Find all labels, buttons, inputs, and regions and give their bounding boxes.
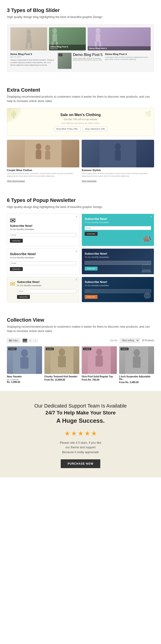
banner-btn-1[interactable]: Shop Black Friday Offer: [54, 127, 80, 131]
newsletter-btn-2[interactable]: Subscribe: [85, 232, 98, 236]
couple-item-2: Summer Stylish Lorem ipsum dolor sit ame…: [82, 140, 154, 182]
newsletter-title-3: Subscribe Now!: [10, 252, 76, 256]
svg-rect-31: [95, 356, 103, 366]
banner-btn-2[interactable]: Shop Valentine's Gifts: [82, 127, 108, 131]
newsletter-sub-6: To Our Monthly Newsletter: [85, 284, 151, 287]
collection-toolbar: Filter 4 columns ||| || Sort By Best sel…: [7, 338, 154, 343]
product-img-4[interactable]: Enabled: [119, 346, 154, 374]
banner-ad-free: Free delivery and returns on select orde…: [11, 122, 150, 124]
sort-select[interactable]: Best selling: [120, 338, 140, 343]
close-icon-3[interactable]: ✕: [75, 250, 77, 252]
svg-point-8: [96, 28, 100, 34]
letter-icon: ✉: [10, 280, 15, 288]
col-btn-3[interactable]: |||: [28, 339, 32, 342]
svg-point-18: [115, 143, 121, 150]
columns-toggle: 4 columns ||| ||: [22, 339, 38, 342]
col-btn-2[interactable]: ||: [33, 339, 38, 342]
blog-post-excerpt-3: Lorem ipsum dolor sit amet consectetur a…: [105, 56, 151, 61]
couple-text-1: Lorem ipsum dolor sit amet consectetur. …: [7, 172, 79, 177]
newsletter-btn-5[interactable]: Subscribe: [17, 295, 30, 299]
svg-point-33: [133, 349, 140, 356]
blog-overlay-title-2: Demo Blog Post 5: [50, 46, 84, 48]
newsletter-card-3: ✕ Subscribe Now! To Our Monthly Newslett…: [7, 248, 79, 274]
banner-ad-title: Sale on Men's Clothing: [11, 113, 150, 117]
newsletter-input-2[interactable]: [85, 226, 151, 230]
product-card-4: Enabled 1 Inch Suspender Adjustable Ha..…: [119, 346, 154, 384]
svg-point-30: [96, 348, 102, 356]
product-price-new-3: From Rs. 760.00: [82, 378, 117, 381]
couple-label-1: Couple Wear Clothes: [7, 169, 79, 172]
banner-plant-icon: 🌵: [9, 110, 18, 118]
col-4-label: 4 columns: [22, 339, 28, 342]
blog-slider-title: 3 Types of Blog Slider: [7, 7, 154, 13]
blog-img-3[interactable]: Demo Blog Post 4: [88, 28, 151, 50]
extra-content-subtitle: Displaying recommended products to custo…: [7, 94, 154, 104]
newsletter-sub-2: To Our Monthly Newsletter: [85, 221, 151, 224]
product-img-1[interactable]: Enabled: [7, 346, 42, 374]
product-img-2[interactable]: Enabled: [44, 346, 80, 374]
popup-newsletter-title: 6 Types of Popup Newsletter: [7, 197, 154, 203]
blog-slider-section: 3 Types of Blog Slider High quality desi…: [0, 0, 161, 80]
couple-shop-link-2[interactable]: Shop Menswear: [82, 180, 97, 182]
banner-ad-sub: Get flat 70% off on top brands: [11, 118, 150, 121]
banner-btns: Shop Black Friday Offer Shop Valentine's…: [11, 127, 150, 131]
blog-top-row: Demo Blog Post 5 Welle Info Demo Blog Po…: [10, 28, 151, 50]
popup-newsletter-section: 6 Types of Popup Newsletter High quality…: [0, 190, 161, 310]
couple-shop-link-1[interactable]: Shop Womenswear: [7, 180, 25, 182]
svg-point-0: [26, 29, 31, 35]
newsletter-sub-4: To Our Monthly Newsletter: [85, 256, 151, 258]
newsletter-btn-6[interactable]: Subscribe: [85, 295, 98, 299]
newsletter-btn-4[interactable]: Subscribe: [85, 267, 98, 270]
blog-post-title-3: Demo Blog Post 4: [105, 53, 151, 56]
newsletter-input-5[interactable]: [17, 289, 76, 293]
sort-by-label: Sort By: [110, 339, 118, 342]
couple-img-2: [82, 140, 154, 168]
couple-label-2: Summer Stylish: [82, 169, 154, 172]
blog-post-title-1: Demo Blog Post 5: [10, 53, 56, 56]
blog-post-excerpt-1: Tempus malesuada et duis lobortis tincid…: [10, 59, 56, 66]
newsletter-input-6[interactable]: [85, 289, 151, 293]
svg-rect-12: [25, 140, 62, 168]
product-img-3[interactable]: Enabled: [82, 346, 117, 374]
col-btn-4[interactable]: 4 columns: [22, 339, 27, 342]
product-price-old-1: Rs. 2,899.00: [7, 378, 42, 381]
newsletter-input-1[interactable]: [10, 233, 76, 237]
banner-ad: 🌵 🌿 Sale on Men's Clothing Get flat 70% …: [7, 108, 154, 136]
purchase-button[interactable]: PURCHASE NOW: [61, 459, 100, 468]
couple-text-2: Lorem ipsum dolor sit amet consectetur. …: [82, 172, 154, 177]
close-icon-5[interactable]: ✕: [75, 278, 77, 281]
star-4: ★: [84, 430, 90, 437]
blog-img-2[interactable]: Demo Blog Post 5 Welle Info: [49, 28, 86, 50]
filter-button[interactable]: Filter: [7, 338, 20, 343]
star-1: ★: [64, 430, 70, 437]
newsletter-btn-3[interactable]: Subscribe: [10, 267, 23, 271]
blog-bottom-mid: 24 Demo Blog Post 5 Lorem ipsum dolor si…: [58, 53, 103, 69]
newsletter-row-3: ✕ ✉ Subscribe Now! To Our Monthly Newsle…: [7, 277, 154, 302]
newsletter-input-4[interactable]: [85, 261, 151, 265]
product-card-2: Enabled Chunky Textured Knit Sweater Fro…: [44, 346, 80, 384]
product-badge-2: Enabled: [46, 348, 54, 350]
blog-mid-img[interactable]: 24: [58, 53, 72, 69]
product-name-1: Navy Sweater: [7, 375, 42, 378]
close-icon-1[interactable]: ✕: [75, 215, 77, 218]
collection-subtitle: Displaying recommended products to custo…: [7, 324, 154, 334]
couple-grid: Couple Wear Clothes Lorem ipsum dolor si…: [7, 140, 154, 182]
newsletter-row-1: ✕ ✉ Subscribe Now! To Our Monthly Newsle…: [7, 214, 154, 246]
blog-img-1[interactable]: [10, 28, 47, 50]
close-icon-2[interactable]: ✕: [150, 215, 152, 218]
collection-title: Collection View: [7, 317, 154, 323]
svg-rect-1: [26, 35, 31, 43]
svg-rect-3: [30, 43, 32, 48]
filter-label: Filter: [13, 339, 18, 342]
newsletter-grid: ✕ ✉ Subscribe Now! To Our Monthly Newsle…: [7, 214, 154, 302]
svg-rect-28: [58, 356, 66, 367]
svg-point-15: [45, 145, 50, 151]
svg-point-4: [52, 28, 57, 34]
newsletter-title-6: Subscribe Now!: [85, 280, 151, 284]
svg-rect-2: [26, 43, 28, 48]
svg-rect-5: [52, 34, 57, 42]
product-badge-4: Enabled: [121, 348, 129, 350]
newsletter-sub-5: To Our Monthly Newsletter: [17, 284, 76, 287]
newsletter-btn-1[interactable]: Subscribe: [10, 239, 23, 243]
newsletter-input-3[interactable]: [10, 261, 76, 265]
